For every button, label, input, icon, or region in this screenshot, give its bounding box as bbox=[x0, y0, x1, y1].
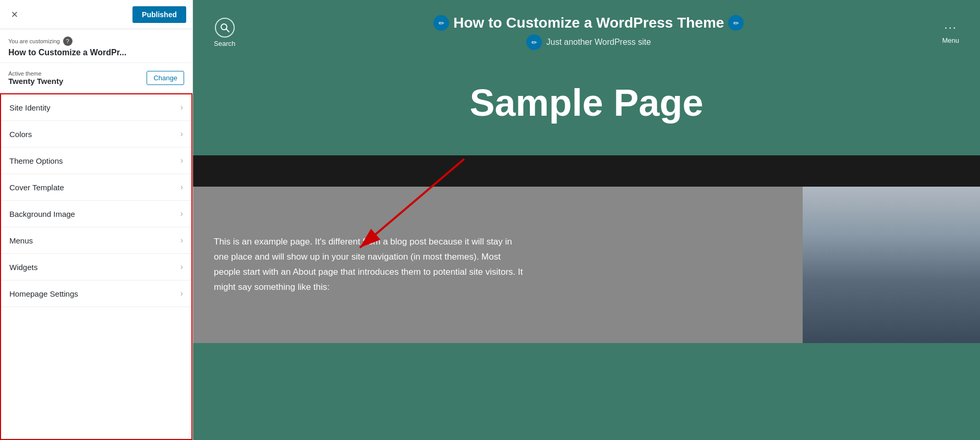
chevron-right-icon: › bbox=[180, 156, 183, 165]
menu-label: Menu bbox=[942, 36, 959, 44]
content-left: This is an example page. It's different … bbox=[193, 187, 803, 343]
site-tagline: Just another WordPress site bbox=[546, 38, 651, 47]
nav-item-label: Theme Options bbox=[9, 156, 63, 165]
chevron-right-icon: › bbox=[180, 289, 183, 298]
nav-item-widgets[interactable]: Widgets › bbox=[1, 254, 191, 280]
content-text: This is an example page. It's different … bbox=[214, 235, 527, 295]
svg-line-1 bbox=[226, 29, 229, 32]
building-image bbox=[803, 187, 980, 343]
chevron-right-icon: › bbox=[180, 182, 183, 192]
help-icon[interactable]: ? bbox=[63, 36, 72, 46]
nav-item-background-image[interactable]: Background Image › bbox=[1, 201, 191, 227]
content-image bbox=[803, 187, 980, 343]
preview-frame: Search ✏ How to Customize a WordPress Th… bbox=[193, 0, 980, 440]
nav-item-theme-options[interactable]: Theme Options › bbox=[1, 148, 191, 174]
nav-item-label: Background Image bbox=[9, 210, 75, 218]
chevron-right-icon: › bbox=[180, 209, 183, 218]
nav-item-menus[interactable]: Menus › bbox=[1, 227, 191, 254]
edit-title-icon[interactable]: ✏ bbox=[433, 15, 449, 31]
hero-section: Sample Page bbox=[193, 60, 980, 155]
panel-info: You are customizing ? How to Customize a… bbox=[0, 29, 192, 63]
site-title: How to Customize a WordPress Theme bbox=[453, 15, 724, 31]
site-title-area: ✏ How to Customize a WordPress Theme ✏ ✏… bbox=[433, 15, 744, 50]
edit-title-icon-2[interactable]: ✏ bbox=[728, 15, 744, 31]
customizing-text: You are customizing bbox=[8, 38, 60, 44]
published-button[interactable]: Published bbox=[132, 6, 186, 23]
customizer-nav-menu: Site Identity › Colors › Theme Options ›… bbox=[0, 93, 192, 440]
dark-bar bbox=[193, 155, 980, 187]
close-button[interactable]: × bbox=[6, 6, 23, 23]
nav-item-label: Site Identity bbox=[9, 103, 50, 112]
nav-item-label: Widgets bbox=[9, 263, 38, 272]
nav-item-label: Colors bbox=[9, 130, 32, 139]
nav-item-site-identity[interactable]: Site Identity › bbox=[1, 94, 191, 121]
change-theme-button[interactable]: Change bbox=[147, 71, 184, 85]
active-theme-label: Active theme bbox=[8, 70, 63, 77]
nav-item-colors[interactable]: Colors › bbox=[1, 121, 191, 148]
nav-item-label: Menus bbox=[9, 236, 33, 245]
theme-section: Active theme Twenty Twenty Change bbox=[0, 63, 192, 93]
search-label: Search bbox=[214, 40, 235, 47]
hero-title: Sample Page bbox=[193, 81, 980, 124]
theme-name: Twenty Twenty bbox=[8, 77, 63, 85]
search-icon bbox=[215, 18, 235, 38]
preview-header: Search ✏ How to Customize a WordPress Th… bbox=[193, 0, 980, 60]
nav-item-label: Cover Template bbox=[9, 183, 64, 192]
menu-button[interactable]: ··· Menu bbox=[942, 21, 959, 44]
search-button[interactable]: Search bbox=[214, 18, 235, 47]
chevron-right-icon: › bbox=[180, 129, 183, 139]
content-section: This is an example page. It's different … bbox=[193, 187, 980, 343]
site-name-label: How to Customize a WordPr... bbox=[8, 48, 184, 57]
nav-item-cover-template[interactable]: Cover Template › bbox=[1, 174, 191, 201]
nav-item-label: Homepage Settings bbox=[9, 289, 78, 298]
menu-dots-icon: ··· bbox=[945, 21, 957, 34]
chevron-right-icon: › bbox=[180, 236, 183, 245]
chevron-right-icon: › bbox=[180, 103, 183, 112]
edit-tagline-icon[interactable]: ✏ bbox=[526, 34, 542, 50]
chevron-right-icon: › bbox=[180, 262, 183, 272]
nav-item-homepage-settings[interactable]: Homepage Settings › bbox=[1, 280, 191, 307]
